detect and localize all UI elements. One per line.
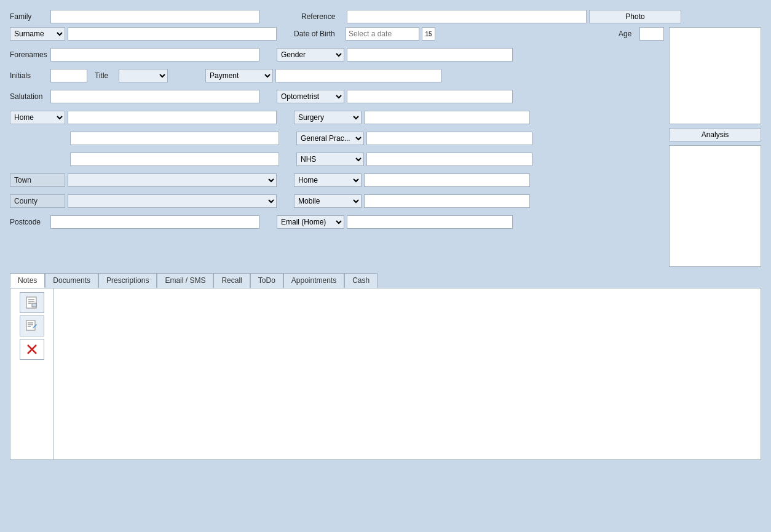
- town-label: Town: [10, 173, 65, 187]
- photo-button[interactable]: Photo: [589, 10, 681, 23]
- home-input[interactable]: [68, 111, 277, 124]
- payment-select[interactable]: Payment: [205, 69, 273, 82]
- tab-notes[interactable]: Notes: [10, 273, 45, 288]
- general-prac-select[interactable]: General Prac...: [296, 132, 364, 145]
- title-label: Title: [95, 71, 116, 80]
- reference-label: Reference: [301, 12, 344, 21]
- mobile-value-input[interactable]: [364, 194, 530, 208]
- new-note-button[interactable]: [20, 292, 44, 313]
- payment-value-input[interactable]: [275, 69, 441, 82]
- address2-input[interactable]: [70, 132, 279, 145]
- tab-cash[interactable]: Cash: [344, 273, 378, 288]
- svg-rect-5: [26, 320, 35, 330]
- email-home-select[interactable]: Email (Home): [277, 215, 344, 229]
- postcode-input[interactable]: [50, 215, 259, 229]
- age-label: Age: [619, 30, 637, 38]
- salutation-row: Salutation Optometrist: [10, 90, 664, 103]
- address3-input[interactable]: [70, 153, 279, 166]
- postcode-label: Postcode: [10, 218, 48, 226]
- surname-input[interactable]: [68, 27, 277, 41]
- dob-input[interactable]: [346, 27, 419, 41]
- forenames-input[interactable]: [50, 48, 259, 62]
- tabs-container: Notes Documents Prescriptions Email / SM…: [10, 273, 761, 460]
- salutation-label: Salutation: [10, 92, 48, 101]
- optometrist-value-input[interactable]: [347, 90, 513, 103]
- gender-value-input[interactable]: [347, 48, 513, 62]
- salutation-input[interactable]: [50, 90, 259, 103]
- home-row: Home Surgery: [10, 111, 664, 124]
- tabs-bar: Notes Documents Prescriptions Email / SM…: [10, 273, 761, 288]
- edit-note-icon: [25, 319, 39, 333]
- edit-note-button[interactable]: [20, 316, 44, 336]
- nhs-value-input[interactable]: [366, 153, 532, 166]
- home2-value-input[interactable]: [364, 173, 530, 187]
- forenames-row: Forenames Gender: [10, 48, 664, 62]
- dob-label: Date of Birth: [294, 30, 343, 38]
- surgery-select[interactable]: Surgery: [294, 111, 362, 124]
- tab-email-sms[interactable]: Email / SMS: [157, 273, 213, 288]
- address2-row: General Prac...: [10, 132, 664, 145]
- tab-content-area: [10, 288, 761, 460]
- surname-row: Surname Date of Birth 15 Age: [10, 27, 664, 41]
- family-label: Family: [10, 12, 48, 21]
- town-row: Town Home: [10, 173, 664, 187]
- tab-appointments[interactable]: Appointments: [283, 273, 344, 288]
- gender-select[interactable]: Gender: [277, 48, 344, 62]
- notes-side-box: [669, 145, 761, 267]
- notes-toolbar: [10, 288, 53, 459]
- analysis-button[interactable]: Analysis: [669, 128, 761, 141]
- svg-rect-4: [32, 303, 36, 307]
- age-input[interactable]: [639, 27, 664, 41]
- initials-input[interactable]: [50, 69, 87, 82]
- county-row: County Mobile: [10, 194, 664, 208]
- right-panel: Analysis: [669, 27, 761, 267]
- county-select[interactable]: [68, 194, 277, 208]
- main-container: Family Reference Photo Surname Date of B…: [0, 0, 771, 532]
- photo-box: [669, 27, 761, 124]
- email-home-value-input[interactable]: [347, 215, 513, 229]
- home-select[interactable]: Home: [10, 111, 65, 124]
- optometrist-select[interactable]: Optometrist: [277, 90, 344, 103]
- family-input[interactable]: [50, 10, 259, 23]
- address3-row: NHS: [10, 153, 664, 166]
- title-select[interactable]: [119, 69, 168, 82]
- county-label: County: [10, 194, 65, 208]
- home2-select[interactable]: Home: [294, 173, 362, 187]
- dob-calendar-button[interactable]: 15: [422, 27, 435, 41]
- reference-input[interactable]: [347, 10, 587, 23]
- forenames-label: Forenames: [10, 50, 48, 59]
- tab-recall[interactable]: Recall: [213, 273, 250, 288]
- delete-note-icon: [25, 343, 39, 356]
- initials-row: Initials Title Payment: [10, 69, 664, 82]
- initials-label: Initials: [10, 71, 48, 80]
- family-row: Family Reference Photo: [10, 10, 761, 23]
- nhs-select[interactable]: NHS: [296, 153, 364, 166]
- surname-select[interactable]: Surname: [10, 27, 65, 41]
- new-note-icon: [25, 296, 39, 309]
- tab-documents[interactable]: Documents: [45, 273, 98, 288]
- notes-content-area[interactable]: [53, 288, 761, 459]
- postcode-row: Postcode Email (Home): [10, 215, 664, 229]
- mobile-select[interactable]: Mobile: [294, 194, 362, 208]
- surgery-value-input[interactable]: [364, 111, 530, 124]
- tab-todo[interactable]: ToDo: [250, 273, 283, 288]
- tab-prescriptions[interactable]: Prescriptions: [98, 273, 157, 288]
- delete-note-button[interactable]: [20, 339, 44, 360]
- town-select[interactable]: [68, 173, 277, 187]
- general-prac-value-input[interactable]: [366, 132, 532, 145]
